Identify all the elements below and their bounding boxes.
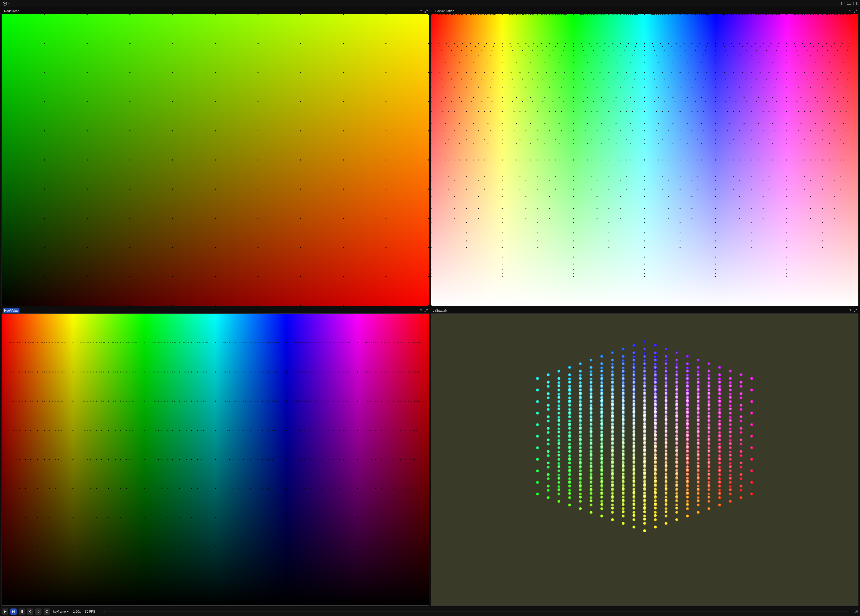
layout-toggles <box>841 2 857 5</box>
playback-speed[interactable]: 1.00x <box>72 610 82 613</box>
expand-icon[interactable] <box>854 9 857 13</box>
play-button[interactable] <box>2 608 8 615</box>
playback-speed-label: 1.00x <box>73 610 80 613</box>
pause-button[interactable] <box>19 608 25 615</box>
panel-header: Hue/Value? <box>2 308 429 313</box>
panel-body[interactable] <box>431 313 858 606</box>
help-icon[interactable]: ? <box>419 309 422 312</box>
redgreen-canvas[interactable] <box>2 14 429 306</box>
spatial3d-canvas[interactable] <box>431 314 858 605</box>
panel-body[interactable] <box>2 313 429 606</box>
fps-label: 30 FPS <box>85 610 95 613</box>
expand-icon[interactable] <box>425 9 428 13</box>
panel-title[interactable]: Hue/Saturation <box>432 9 455 14</box>
huevalue-canvas[interactable] <box>2 314 429 605</box>
panel-redgreen: Red/Green? <box>2 8 429 306</box>
triangle-up-icon <box>67 611 69 612</box>
toggle-right-panel-icon[interactable] <box>853 2 857 5</box>
chevron-down-icon <box>8 3 10 5</box>
svg-rect-14 <box>22 610 23 613</box>
prev-button[interactable] <box>27 608 33 615</box>
app-menu[interactable] <box>3 1 10 6</box>
panel-header-icons: ? <box>849 309 857 312</box>
panel-huesat: Hue/Saturation? <box>431 8 858 306</box>
panel-header-icons: ? <box>419 309 428 312</box>
timeline-cursor[interactable] <box>104 610 104 613</box>
help-icon[interactable]: ? <box>849 9 852 13</box>
huesat-canvas[interactable] <box>431 14 858 306</box>
help-icon[interactable]: ? <box>849 309 852 312</box>
panel-title[interactable]: / (Spatial) <box>432 308 448 313</box>
topbar <box>0 0 860 7</box>
panel-huevalue: Hue/Value? <box>2 308 429 606</box>
app-root: Red/Green?Hue/Saturation?Hue/Value?/ (Sp… <box>0 0 860 616</box>
frame-label: #0 <box>850 610 858 613</box>
loop-button[interactable] <box>44 608 50 615</box>
panel-header: Red/Green? <box>2 8 429 14</box>
expand-icon[interactable] <box>425 309 428 312</box>
toggle-bottom-panel-icon[interactable] <box>847 2 851 5</box>
next-button[interactable] <box>35 608 42 615</box>
panel-header-icons: ? <box>849 9 857 13</box>
panel-title[interactable]: Hue/Value <box>3 308 19 313</box>
timeline-line <box>100 611 848 612</box>
panel-header: Hue/Saturation? <box>431 8 858 14</box>
panel-body[interactable] <box>2 14 429 306</box>
viewport-grid: Red/Green?Hue/Saturation?Hue/Value?/ (Sp… <box>0 7 860 607</box>
expand-icon[interactable] <box>854 309 857 312</box>
panel-spatial3d: / (Spatial)? <box>431 308 858 606</box>
panel-title[interactable]: Red/Green <box>3 9 20 14</box>
fps[interactable]: 30 FPS <box>84 610 96 613</box>
step-forward-button[interactable] <box>10 608 17 615</box>
toggle-left-panel-icon[interactable] <box>841 2 845 5</box>
panel-header-icons: ? <box>419 9 428 13</box>
panel-header: / (Spatial)? <box>431 308 858 313</box>
timeline-mode[interactable]: keyframe <box>52 610 70 613</box>
svg-rect-13 <box>21 610 22 613</box>
timeline-toolbar: keyframe 1.00x 30 FPS #0 <box>0 607 860 616</box>
panel-body[interactable] <box>431 14 858 306</box>
svg-marker-11 <box>12 610 14 613</box>
app-logo-icon <box>3 1 7 6</box>
svg-rect-12 <box>14 610 14 613</box>
help-icon[interactable]: ? <box>419 9 422 13</box>
timeline-track[interactable] <box>100 608 848 615</box>
svg-marker-10 <box>4 610 6 613</box>
timeline-mode-label: keyframe <box>53 610 66 613</box>
